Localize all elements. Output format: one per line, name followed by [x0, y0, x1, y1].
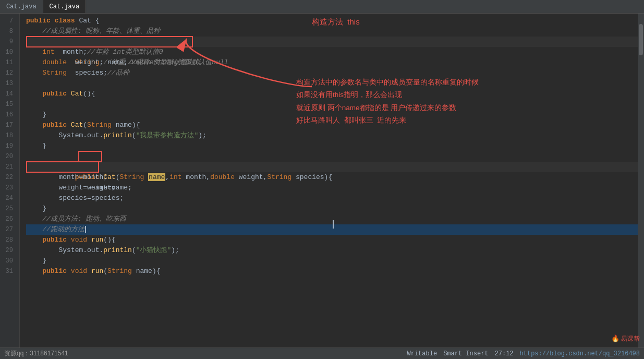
url-status: https://blog.csdn.net/qq_3216498 — [520, 350, 640, 357]
ln-29: 29 — [2, 245, 15, 256]
code-line-25: } — [26, 204, 644, 214]
main-area: 7 8 9 10 11 12 13 14 15 16 17 18 19 20 2… — [0, 14, 644, 348]
ln-31: 31 — [2, 266, 15, 277]
code-line-28: public void run(){ — [26, 235, 644, 245]
ln-22: 22 — [2, 172, 15, 183]
ln-10: 10 — [2, 47, 15, 57]
code-line-10: int month;//年龄 int类型默认值0 — [26, 47, 644, 57]
ln-20: 20 — [2, 151, 15, 162]
ln-16: 16 — [2, 110, 15, 120]
code-line-21: name=name; — [26, 162, 644, 172]
ln-21: 21 — [2, 162, 15, 172]
code-area[interactable]: public class Cat { //成员属性: 昵称、年龄、体重、品种 S… — [20, 14, 644, 348]
ln-8: 8 — [2, 26, 15, 37]
code-line-24: species=species; — [26, 193, 644, 204]
callout-title: 构造方法 this — [312, 16, 360, 28]
code-line-20: public Cat(String name,int month,double … — [26, 151, 644, 162]
ln-9: 9 — [2, 37, 15, 47]
ln-27: 27 — [2, 224, 15, 235]
ln-17: 17 — [2, 120, 15, 130]
tab-cat-java-1[interactable]: Cat.java — [0, 0, 43, 13]
code-line-11: double weight;//体重 double类型默认值0.0 — [26, 57, 644, 68]
code-line-23: weight=weight; — [26, 183, 644, 193]
ln-7: 7 — [2, 16, 15, 26]
ln-14: 14 — [2, 89, 15, 99]
scrollbar[interactable] — [638, 14, 644, 348]
watermark: 🔥 易课帮 — [611, 334, 640, 343]
ln-12: 12 — [2, 68, 15, 78]
ln-18: 18 — [2, 130, 15, 141]
ln-30: 30 — [2, 256, 15, 266]
tab-cat-java-2[interactable]: Cat.java — [43, 0, 87, 13]
writable-status: Writable — [407, 350, 438, 357]
ln-26: 26 — [2, 214, 15, 224]
ln-13: 13 — [2, 78, 15, 89]
code-line-27: //跑动的方法 — [26, 224, 644, 235]
callout-body: 构造方法中的参数名与类中的成员变量的名称重复的时候 如果没有用this指明，那么… — [296, 76, 479, 127]
code-line-18: System.out.println("我是带参构造方法"); — [26, 130, 644, 141]
editor-container: Cat.java Cat.java 7 8 9 10 11 12 13 14 1… — [0, 0, 644, 359]
insert-status: Smart Insert — [443, 350, 488, 357]
tab-bar: Cat.java Cat.java — [0, 0, 644, 14]
line-numbers: 7 8 9 10 11 12 13 14 15 16 17 18 19 20 2… — [0, 14, 20, 348]
ln-19: 19 — [2, 141, 15, 151]
code-line-19: } — [26, 141, 644, 151]
ln-25: 25 — [2, 204, 15, 214]
code-line-9: String name;//昵称 String类型默认值null — [26, 37, 644, 47]
ln-11: 11 — [2, 57, 15, 68]
status-bar: 资源qq：31186171541 Writable Smart Insert 2… — [0, 348, 644, 359]
code-line-29: System.out.println("小猫快跑"); — [26, 245, 644, 256]
ln-15: 15 — [2, 99, 15, 110]
ln-24: 24 — [2, 193, 15, 204]
code-line-22: month=month; — [26, 172, 644, 183]
source-qq: 资源qq：31186171541 — [4, 349, 68, 358]
position-status: 27:12 — [495, 350, 514, 357]
code-line-30: } — [26, 256, 644, 266]
ln-28: 28 — [2, 235, 15, 245]
ln-23: 23 — [2, 183, 15, 193]
code-line-31: public void run(String name){ — [26, 266, 644, 277]
status-left: 资源qq：31186171541 — [4, 349, 68, 358]
status-right: Writable Smart Insert 27:12 https://blog… — [407, 350, 640, 357]
scrollbar-thumb[interactable] — [639, 24, 643, 55]
code-line-26: //成员方法: 跑动、吃东西 — [26, 214, 644, 224]
